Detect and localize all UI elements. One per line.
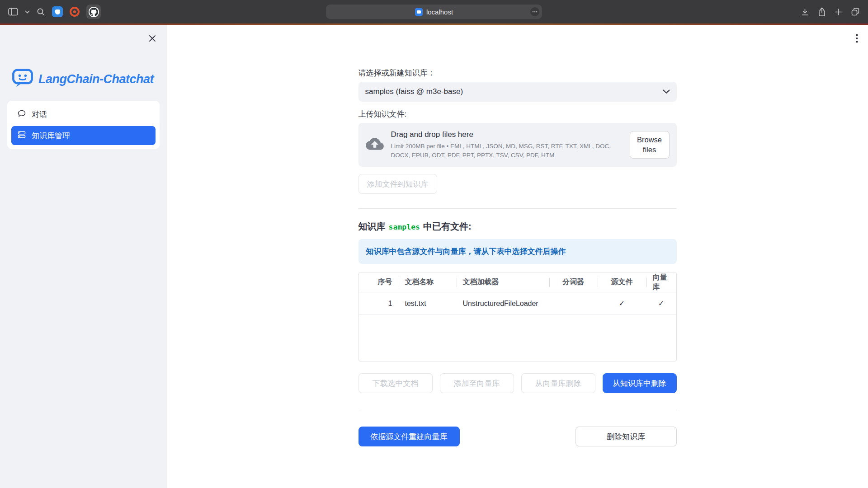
chevron-down-icon — [663, 87, 670, 96]
add-files-button[interactable]: 添加文件到知识库 — [359, 174, 437, 194]
file-action-buttons: 下载选中文档 添加至向量库 从向量库删除 从知识库中删除 — [359, 373, 677, 393]
kb-select-label: 请选择或新建知识库： — [359, 68, 677, 78]
app-menu-icon[interactable] — [854, 32, 860, 47]
knowledge-base-icon — [17, 130, 26, 141]
cell-index: 1 — [359, 292, 399, 314]
divider — [359, 208, 677, 209]
logo-text: LangChain-Chatchat — [38, 72, 154, 86]
browse-files-button[interactable]: Browse files — [630, 131, 670, 159]
sidebar-nav: 对话 知识库管理 — [7, 101, 160, 149]
download-selected-button[interactable]: 下载选中文档 — [359, 373, 433, 393]
kb-files-heading: 知识库 samples 中已有文件: — [359, 221, 677, 233]
app-logo: LangChain-Chatchat — [0, 25, 167, 90]
github-extension-icon[interactable] — [86, 5, 101, 19]
chat-icon — [17, 109, 26, 120]
heading-prefix: 知识库 — [359, 221, 386, 233]
downloads-icon[interactable] — [801, 8, 809, 16]
sidebar-close-icon[interactable] — [147, 33, 158, 46]
col-header-vector: 向量库 — [646, 272, 676, 292]
uploader-title: Drag and drop files here — [391, 130, 617, 139]
cell-loader: UnstructuredFileLoader — [457, 292, 549, 314]
col-header-loader: 文档加载器 — [457, 272, 549, 292]
cell-splitter — [549, 292, 598, 314]
heading-suffix: 中已有文件: — [423, 221, 472, 233]
uploader-limit-text: Limit 200MB per file • EML, HTML, JSON, … — [391, 142, 617, 160]
files-table[interactable]: 序号 文档名称 文档加载器 分词器 源文件 向量库 1 test.txt Uns… — [359, 272, 677, 361]
col-header-splitter: 分词器 — [549, 272, 598, 292]
url-text: localhost — [426, 8, 453, 16]
divider — [359, 410, 677, 410]
nav-label: 对话 — [32, 109, 47, 120]
github-logo-icon — [89, 7, 99, 17]
cell-vector-check: ✓ — [646, 292, 676, 314]
remove-from-vector-button[interactable]: 从向量库删除 — [521, 373, 595, 393]
browser-toolbar: localhost — [0, 0, 868, 23]
kb-selected-value: samples (faiss @ m3e-base) — [365, 87, 463, 96]
upload-cloud-icon — [366, 136, 384, 153]
info-box: 知识库中包含源文件与向量库，请从下表中选择文件后操作 — [359, 239, 677, 264]
cell-filename: test.txt — [399, 292, 457, 314]
cell-source-check: ✓ — [598, 292, 646, 314]
file-uploader-dropzone[interactable]: Drag and drop files here Limit 200MB per… — [359, 123, 677, 167]
sidebar: LangChain-Chatchat 对话 — [0, 25, 167, 488]
browser-window: localhost — [0, 0, 868, 488]
extension-blue-icon[interactable] — [52, 6, 63, 17]
address-bar[interactable]: localhost — [326, 5, 542, 19]
sidebar-item-knowledge-base[interactable]: 知识库管理 — [11, 126, 156, 145]
site-favicon — [415, 8, 423, 16]
new-tab-icon[interactable] — [835, 8, 842, 16]
chevron-down-icon[interactable] — [25, 10, 30, 14]
col-header-source: 源文件 — [598, 272, 646, 292]
upload-label: 上传知识文件: — [359, 109, 677, 119]
delete-kb-button[interactable]: 删除知识库 — [576, 427, 677, 446]
nav-label: 知识库管理 — [32, 131, 70, 141]
page-options-icon[interactable] — [530, 7, 539, 16]
col-header-index: 序号 — [359, 272, 399, 292]
sidebar-item-chat[interactable]: 对话 — [11, 105, 156, 124]
main-content: 请选择或新建知识库： samples (faiss @ m3e-base) 上传… — [167, 25, 868, 488]
search-icon[interactable] — [37, 8, 45, 16]
kb-action-buttons: 依据源文件重建向量库 删除知识库 — [359, 427, 677, 446]
logo-chat-icon — [12, 68, 33, 90]
kb-selectbox[interactable]: samples (faiss @ m3e-base) — [359, 82, 677, 102]
tab-overview-icon[interactable] — [851, 7, 860, 16]
table-row[interactable]: 1 test.txt UnstructuredFileLoader ✓ ✓ — [359, 292, 676, 315]
sidebar-toggle-icon[interactable] — [8, 8, 18, 16]
table-header-row: 序号 文档名称 文档加载器 分词器 源文件 向量库 — [359, 272, 676, 292]
extension-record-icon[interactable] — [70, 7, 80, 17]
col-header-filename: 文档名称 — [399, 272, 457, 292]
share-icon[interactable] — [818, 7, 826, 17]
delete-from-kb-button[interactable]: 从知识库中删除 — [603, 373, 677, 393]
add-to-vector-button[interactable]: 添加至向量库 — [440, 373, 514, 393]
rebuild-vector-store-button[interactable]: 依据源文件重建向量库 — [359, 427, 460, 446]
kb-name-code: samples — [389, 223, 420, 231]
page-content: 请选择或新建知识库： samples (faiss @ m3e-base) 上传… — [359, 25, 677, 446]
